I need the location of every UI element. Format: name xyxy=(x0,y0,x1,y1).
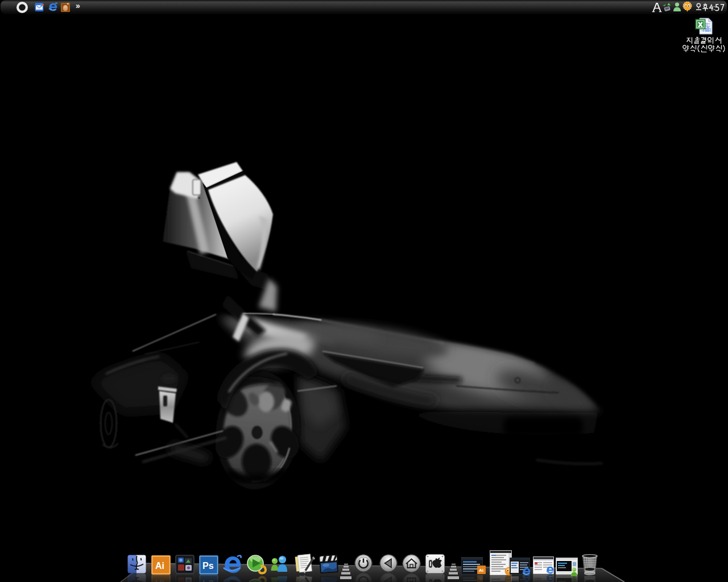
svg-text:Ai: Ai xyxy=(479,568,483,573)
svg-text:Ai: Ai xyxy=(155,579,164,582)
svg-text:»: » xyxy=(76,1,80,10)
svg-text:Ai: Ai xyxy=(155,561,164,571)
svg-text:Ai: Ai xyxy=(479,576,483,581)
svg-text:Ps: Ps xyxy=(202,579,214,582)
svg-text:Ps: Ps xyxy=(202,561,214,571)
